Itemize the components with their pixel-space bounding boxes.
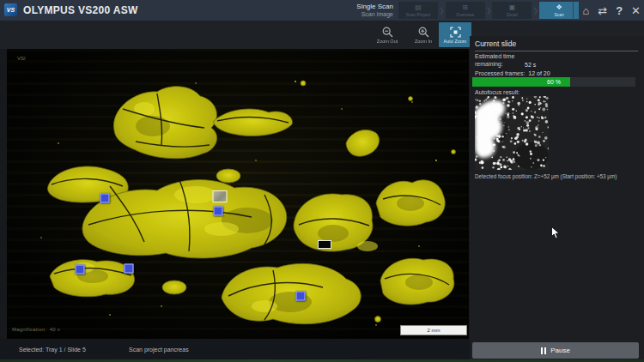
mouse-cursor [551, 226, 561, 240]
scan-icon: ❖ [556, 3, 562, 11]
scan-project-status: Scan project pancreas [129, 347, 189, 353]
scan-frame-marker-blue[interactable] [76, 265, 85, 275]
estimated-time-value: 52 s [525, 62, 536, 68]
chevron-separator: ❯ [485, 7, 493, 15]
pause-icon [541, 347, 546, 354]
detail-icon: ▣ [509, 3, 516, 11]
scan-frame-marker-blue[interactable] [296, 292, 306, 301]
scan-mode-line2: Scan Image [328, 10, 393, 18]
step-scan-project[interactable]: ▤ Scan Project [398, 2, 438, 19]
current-slide-panel: Current slide Estimated time remaining: … [470, 36, 644, 362]
tissue-scan-image [7, 49, 469, 339]
overview-icon: ⊞ [462, 3, 468, 11]
scan-mode-indicator: Single Scan Scan Image [328, 3, 393, 18]
scan-frame-marker-black[interactable] [318, 240, 331, 249]
slide-viewer-canvas[interactable]: VSI Magnification:40 x 2 mm [7, 49, 469, 339]
step-detail[interactable]: ▣ Detail [492, 2, 532, 19]
auto-zoom-button[interactable]: Auto Zoom [439, 22, 471, 47]
home-icon[interactable]: ⌂ [582, 5, 589, 16]
selected-slide-status: Selected: Tray 1 / Slide 5 [19, 347, 86, 353]
zoom-out-icon [382, 27, 393, 38]
window-controls: ⌂ ⇄ ? ✕ [573, 1, 641, 20]
detected-focus-position: Detected focus position: Z=+52 µm (Start… [475, 173, 641, 179]
chevron-separator: ❯ [438, 7, 446, 15]
scan-progress-bar: 60 % [472, 77, 635, 87]
progress-percent-label: 60 % [472, 77, 635, 87]
autofocus-result-label: Autofocus result: [475, 89, 519, 95]
title-bar: VS OLYMPUS VS200 ASW Single Scan Scan Im… [0, 0, 644, 21]
viewer-corner-label: VSI [17, 56, 26, 61]
scan-frame-marker-blue[interactable] [214, 207, 223, 216]
help-icon[interactable]: ? [616, 5, 623, 16]
scale-bar: 2 mm [400, 325, 467, 335]
window-title: OLYMPUS VS200 ASW [23, 4, 138, 16]
pause-button[interactable]: Pause [472, 342, 639, 359]
estimated-time-label: Estimated time remaining: [475, 53, 523, 68]
autofocus-result-image [475, 96, 549, 170]
auto-zoom-icon [450, 27, 461, 38]
camera-frame-marker[interactable] [213, 190, 228, 202]
step-overview[interactable]: ⊞ Overview [446, 2, 485, 19]
switch-layout-icon[interactable]: ⇄ [598, 5, 607, 16]
magnification-readout: Magnification:40 x [12, 327, 60, 332]
application-window: VS OLYMPUS VS200 ASW Single Scan Scan Im… [0, 0, 644, 362]
scan-project-icon: ▤ [415, 3, 422, 11]
zoom-in-icon [418, 27, 429, 38]
panel-title: Current slide [475, 39, 638, 51]
scan-frame-marker-blue[interactable] [100, 194, 110, 203]
chevron-separator: ❯ [532, 7, 539, 15]
zoom-out-button[interactable]: Zoom Out [371, 22, 404, 47]
scan-mode-line1: Single Scan [328, 3, 393, 10]
app-logo-icon: VS [4, 3, 17, 16]
estimated-time-row: Estimated time remaining: 52 s [475, 53, 638, 68]
close-icon[interactable]: ✕ [631, 5, 641, 16]
scan-frame-marker-blue[interactable] [125, 264, 134, 274]
zoom-in-button[interactable]: Zoom In [407, 22, 440, 47]
processed-frames-row: Processed frames:12 of 20 [475, 70, 550, 76]
status-bar: Selected: Tray 1 / Slide 5 Scan project … [0, 339, 470, 362]
workflow-steps: ▤ Scan Project ❯ ⊞ Overview ❯ ▣ Detail ❯… [398, 2, 579, 19]
